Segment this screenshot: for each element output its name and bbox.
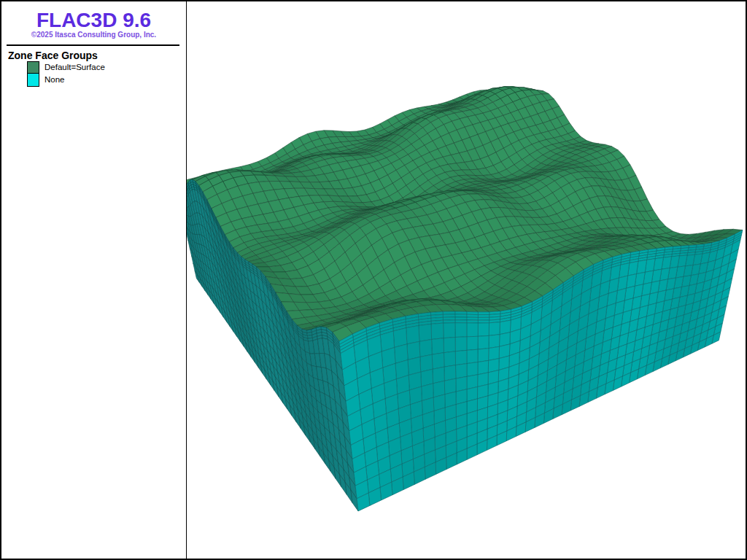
legend-swatch-green bbox=[27, 61, 39, 74]
app-copyright: ©2025 Itasca Consulting Group, Inc. bbox=[1, 31, 186, 39]
legend-separator bbox=[7, 44, 179, 46]
legend-panel: FLAC3D 9.6 ©2025 Itasca Consulting Group… bbox=[1, 1, 186, 559]
model-viewport[interactable] bbox=[187, 1, 746, 559]
legend-swatch-cyan bbox=[27, 74, 39, 87]
flac3d-window: FLAC3D 9.6 ©2025 Itasca Consulting Group… bbox=[0, 0, 747, 560]
app-title: FLAC3D 9.6 bbox=[1, 9, 186, 32]
legend-heading: Zone Face Groups bbox=[8, 50, 98, 61]
legend-item-label: Default=Surface bbox=[44, 63, 105, 71]
zone-mesh-3d-view[interactable] bbox=[187, 1, 746, 559]
legend-item-label: None bbox=[44, 75, 65, 84]
